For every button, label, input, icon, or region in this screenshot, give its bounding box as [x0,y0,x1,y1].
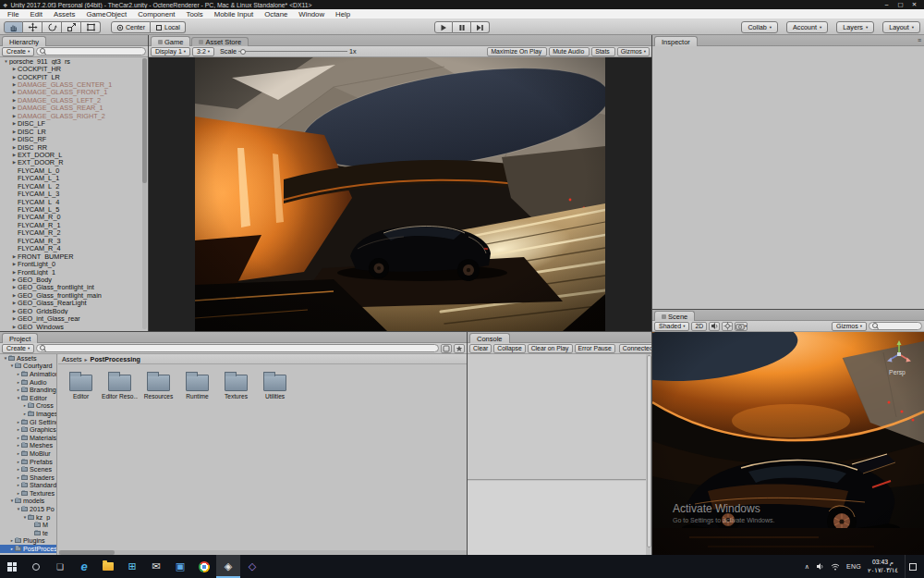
hierarchy-item[interactable]: FLYCAM_L_3 [0,190,148,197]
project-search-input[interactable] [36,344,439,352]
toolbar-dropdown-button[interactable]: Account ▾ [786,21,828,33]
hierarchy-item[interactable]: ▶ DAMAGE_GLASS_RIGHT_2 [0,112,148,119]
toolbar-dropdown-button[interactable]: Collab ▾ [741,21,778,33]
project-folder[interactable]: Utilities [257,371,293,400]
hierarchy-item[interactable]: ▶ GEO_int_Glass_rear [0,314,148,322]
hierarchy-item[interactable]: FLYCAM_R_1 [0,221,148,228]
scene-effects-dropdown[interactable]: ▾ [735,322,748,331]
hierarchy-item[interactable]: ▶ GEO_Body [0,276,148,283]
console-button[interactable]: Collapse [493,344,525,353]
task-view-button[interactable]: ❏ [48,555,72,578]
scrollbar-thumb[interactable] [647,355,651,547]
hierarchy-item[interactable]: FLYCAM_L_5 [0,205,148,213]
display-dropdown[interactable]: Display 1▾ [151,47,190,56]
menu-item[interactable]: Window [293,9,330,19]
hierarchy-item[interactable]: ▶ GEO_Glass_frontlight_main [0,291,148,299]
scene-audio-button[interactable] [709,322,720,331]
tree-arrow-icon[interactable]: ▶ [11,153,18,157]
project-tree-item[interactable]: ▸ Meshes [0,442,56,450]
menu-item[interactable]: Tools [181,9,209,19]
tree-arrow-icon[interactable]: ▶ [11,160,18,165]
hierarchy-item[interactable]: FLYCAM_L_2 [0,182,148,190]
console-log-list[interactable] [468,354,646,480]
tab-inspector[interactable]: Inspector [654,36,698,46]
menu-item[interactable]: Component [132,9,180,19]
perspective-label[interactable]: Persp [881,369,913,375]
project-tree-item[interactable]: ▼ kz_p [0,513,56,522]
pivot-mode-button[interactable]: Center [111,21,151,33]
project-tree-item[interactable]: ▸ Images [0,410,56,418]
hierarchy-item[interactable]: ▶ EXT_DOOR_R [0,159,148,166]
hierarchy-item[interactable]: FLYCAM_R_0 [0,214,148,221]
tree-arrow-icon[interactable]: ▶ [11,325,18,329]
hierarchy-item[interactable]: FLYCAM_R_3 [0,237,148,244]
hierarchy-item[interactable]: ▶ DISC_RF [0,135,148,142]
game-toggle-button[interactable]: Gizmos ▾ [617,47,650,56]
tray-expand-icon[interactable]: ∧ [805,563,809,571]
console-scrollbar[interactable] [646,354,651,555]
taskbar-app-icon[interactable]: ✉ [144,555,168,578]
taskbar-app-icon[interactable] [192,555,216,578]
game-render[interactable] [195,57,605,331]
hierarchy-item[interactable]: ▶ DISC_LF [0,120,148,128]
tab-project[interactable]: Project [2,333,38,343]
menu-item[interactable]: Mobile Input [209,9,259,19]
project-tree-item[interactable]: ▸ Cross [0,402,56,411]
connected-player-dropdown[interactable]: Connected Playe▾ [619,344,651,353]
project-tree-item[interactable]: ▼ Courtyard [0,363,56,371]
console-button[interactable]: Clear on Play [528,344,573,353]
hierarchy-item[interactable]: ▶ EXT_DOOR_L [0,151,148,158]
project-create-button[interactable]: Create▾ [2,344,34,353]
hierarchy-item[interactable]: ▶ GEO_GridsBody [0,307,148,314]
language-indicator[interactable]: ENG [846,563,861,570]
shading-mode-dropdown[interactable]: Shaded▾ [654,322,689,331]
tree-arrow-icon[interactable]: ▶ [11,129,18,134]
tree-arrow-icon[interactable]: ▶ [11,316,18,321]
game-toggle-button[interactable]: Stats [591,47,615,56]
tree-arrow-icon[interactable]: ▶ [11,270,18,275]
console-button[interactable]: Error Pause [575,344,615,353]
maximize-button[interactable]: ▢ [894,0,907,9]
hierarchy-item[interactable]: ▶ FrontLight_0 [0,260,148,267]
project-tree-item[interactable]: ▸ GI Setting [0,418,56,426]
hierarchy-item[interactable]: ▶ COCKPIT_HR [0,65,148,72]
taskbar-app-icon[interactable]: e [72,555,96,578]
scene-orientation-gizmo[interactable] [883,338,915,369]
tree-arrow-icon[interactable]: ▶ [11,293,18,298]
hierarchy-item[interactable]: ▶ DISC_LR [0,128,148,135]
tree-arrow-icon[interactable]: ▶ [11,277,18,282]
scale-tool-button[interactable] [62,21,81,33]
rect-tool-button[interactable] [81,21,101,33]
hierarchy-item[interactable]: ▶ GEO_Glass_RearLight [0,300,148,307]
tree-arrow-icon[interactable]: ▶ [11,105,18,110]
hierarchy-item[interactable]: FLYCAM_R_4 [0,245,148,252]
network-icon[interactable] [831,563,840,571]
project-tree-item[interactable]: ▼ Assets [0,354,56,363]
tree-arrow-icon[interactable]: ▶ [11,98,18,103]
tab-hierarchy[interactable]: Hierarchy [2,36,46,46]
scene-search-input[interactable] [869,322,922,330]
hierarchy-item[interactable]: FLYCAM_L_1 [0,175,148,182]
hand-tool-button[interactable] [4,21,23,33]
clock[interactable]: 03:43 م ٢٠١٧/٠٣/١٤ [868,559,898,574]
game-viewport[interactable] [149,57,651,331]
hierarchy-item[interactable]: ▶ DAMAGE_GLASS_CENTER_1 [0,80,148,88]
taskbar-app-icon[interactable]: ◈ [216,555,240,578]
space-mode-button[interactable]: Local [151,21,186,33]
scene-lighting-button[interactable] [722,322,733,331]
hierarchy-item[interactable]: FLYCAM_L_0 [0,166,148,174]
hierarchy-item[interactable]: ▶ DAMAGE_GLASS_LEFT_2 [0,96,148,104]
tree-arrow-icon[interactable]: ▶ [11,145,18,150]
menu-item[interactable]: Help [330,9,356,19]
hierarchy-item[interactable]: ▶ GEO_Windows [0,323,148,330]
tree-arrow-icon[interactable]: ▶ [11,114,18,118]
taskbar-search-button[interactable] [24,555,48,578]
project-tree-item[interactable]: ▸ Plugins [0,537,56,546]
project-folder[interactable]: Textures [218,371,254,400]
project-folder[interactable]: Editor Reso... [102,371,138,400]
project-tree-item[interactable]: M [0,521,56,529]
move-tool-button[interactable] [23,21,43,33]
console-button[interactable]: Clear [469,344,492,353]
project-tree-item[interactable]: ▼ 2015 Po [0,505,56,513]
tree-arrow-icon[interactable]: ▶ [11,262,18,266]
